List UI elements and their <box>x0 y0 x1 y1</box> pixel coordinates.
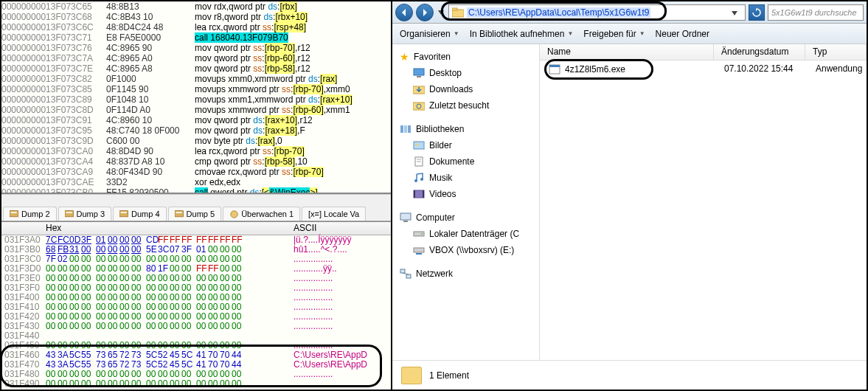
svg-rect-0 <box>10 210 18 216</box>
file-type: Anwendung <box>808 63 867 75</box>
address-path: C:\Users\RE\AppData\Local\Temp\5x1G6w1t9 <box>467 7 650 18</box>
file-name: 4z1Z8l5m6.exe <box>565 64 625 75</box>
label: Dokumente <box>429 156 474 167</box>
tab-dump2[interactable]: Dump 2 <box>3 207 57 221</box>
file-row[interactable]: 4z1Z8l5m6.exe 07.10.2022 15:44 Anwendung <box>540 60 867 78</box>
label: Computer <box>416 212 455 223</box>
tree-vbox-drive[interactable]: VBOX (\\vboxsrv) (E:) <box>392 242 539 258</box>
svg-rect-18 <box>408 125 411 133</box>
organize-menu[interactable]: Organisieren▼ <box>400 29 459 39</box>
videos-icon <box>413 188 425 200</box>
svg-rect-33 <box>414 248 424 252</box>
documents-icon <box>413 156 425 167</box>
col-name[interactable]: Name <box>540 44 714 60</box>
favorites-group[interactable]: ★Favoriten <box>392 49 539 65</box>
address-bar[interactable]: C:\Users\RE\AppData\Local\Temp\5x1G6w1t9 <box>448 4 746 21</box>
libraries-group[interactable]: Bibliotheken <box>392 121 539 137</box>
tree-downloads[interactable]: Downloads <box>392 81 539 97</box>
share-menu[interactable]: Freigeben für▼ <box>583 29 645 39</box>
watch-icon <box>229 210 239 218</box>
computer-icon <box>400 212 412 224</box>
dump-icon <box>175 210 184 218</box>
desktop-icon <box>413 67 425 79</box>
tab-label: Dump 2 <box>21 210 50 218</box>
star-icon: ★ <box>400 51 409 63</box>
hex-dump-view[interactable]: Hex ASCII 031F3A07CFC0D3F01000000CDFFFFF… <box>1 221 391 390</box>
tab-label: Locale Va <box>324 210 359 218</box>
svg-rect-4 <box>119 210 128 216</box>
back-button[interactable] <box>395 4 413 21</box>
tree-pictures[interactable]: Bilder <box>392 137 539 153</box>
column-headers: Name Änderungsdatum Typ <box>540 44 867 60</box>
tree-desktop[interactable]: Desktop <box>392 65 539 81</box>
hex-col-header[interactable]: Hex <box>43 224 291 233</box>
tree-recent[interactable]: Zuletzt besucht <box>392 97 539 114</box>
svg-rect-10 <box>452 8 457 10</box>
navigation-tree[interactable]: ★Favoriten Desktop Downloads Zuletzt bes… <box>392 44 540 360</box>
forward-button[interactable] <box>416 4 434 21</box>
svg-point-20 <box>416 144 418 146</box>
col-date[interactable]: Änderungsdatum <box>714 44 805 60</box>
svg-rect-34 <box>416 253 422 255</box>
tab-locals[interactable]: [x=]Locale Va <box>302 207 366 221</box>
new-folder-button[interactable]: Neuer Ordner <box>656 29 709 39</box>
label: VBOX (\\vboxsrv) (E:) <box>429 245 514 255</box>
folder-icon <box>452 7 464 18</box>
label: Musik <box>429 173 452 183</box>
pictures-icon <box>413 139 425 151</box>
refresh-button[interactable] <box>749 4 765 21</box>
label: Bilder <box>429 140 452 150</box>
ascii-col-header[interactable]: ASCII <box>291 224 316 233</box>
tab-dump5[interactable]: Dump 5 <box>168 207 222 221</box>
tree-music[interactable]: Musik <box>392 170 539 186</box>
music-icon <box>413 172 425 184</box>
hex-header: Hex ASCII <box>1 222 391 235</box>
nav-history-dropdown[interactable] <box>437 6 445 19</box>
dump-icon <box>10 210 19 218</box>
network-drive-icon <box>413 244 425 256</box>
label: Favoriten <box>414 52 451 62</box>
label: Desktop <box>429 68 462 78</box>
tab-watch1[interactable]: Überwachen 1 <box>223 207 300 221</box>
tab-dump3[interactable]: Dump 3 <box>58 207 112 221</box>
svg-rect-36 <box>406 274 411 278</box>
disk-icon <box>413 228 425 240</box>
file-list[interactable]: Name Änderungsdatum Typ 4z1Z8l5m6.exe 07… <box>540 44 867 360</box>
file-date: 07.10.2022 15:44 <box>717 63 808 75</box>
label: Bibliotheken <box>416 124 464 134</box>
label: Zuletzt besucht <box>429 100 489 111</box>
status-bar: 1 Element <box>392 360 867 390</box>
svg-rect-28 <box>423 190 424 198</box>
tab-dump4[interactable]: Dump 4 <box>113 207 167 221</box>
network-group[interactable]: Netzwerk <box>392 266 539 282</box>
tree-documents[interactable]: Dokumente <box>392 153 539 170</box>
svg-rect-35 <box>400 269 405 273</box>
disassembly-view[interactable]: 00000000013F073C6548:8B13mov rdx,qword p… <box>1 1 391 194</box>
svg-rect-27 <box>414 190 415 198</box>
search-input[interactable]: 5x1G6w1t9 durchsuche <box>768 4 864 21</box>
tab-label: Dump 3 <box>77 210 105 218</box>
svg-rect-3 <box>66 212 72 213</box>
dump-icon <box>65 210 74 218</box>
svg-point-25 <box>420 178 423 181</box>
status-text: 1 Element <box>429 370 469 381</box>
svg-rect-6 <box>175 210 183 216</box>
tab-label: Dump 4 <box>131 210 160 218</box>
include-library-menu[interactable]: In Bibliothek aufnehmen▼ <box>470 29 574 39</box>
tree-videos[interactable]: Videos <box>392 186 539 202</box>
address-dropdown[interactable] <box>732 8 742 17</box>
svg-rect-11 <box>414 69 424 75</box>
col-type[interactable]: Typ <box>805 44 867 60</box>
label: Neuer Ordner <box>656 29 709 39</box>
label: Freigeben für <box>583 29 636 39</box>
tree-local-disk[interactable]: Lokaler Datenträger (C <box>392 226 539 242</box>
svg-rect-39 <box>549 65 560 67</box>
exe-icon <box>549 63 560 75</box>
horizontal-scrollbar[interactable] <box>1 194 391 204</box>
computer-group[interactable]: Computer <box>392 210 539 226</box>
dump-icon <box>119 210 129 218</box>
label: Netzwerk <box>416 269 453 279</box>
svg-rect-29 <box>400 213 411 220</box>
navigation-bar: C:\Users\RE\AppData\Local\Temp\5x1G6w1t9… <box>392 1 867 24</box>
svg-line-37 <box>403 273 409 274</box>
